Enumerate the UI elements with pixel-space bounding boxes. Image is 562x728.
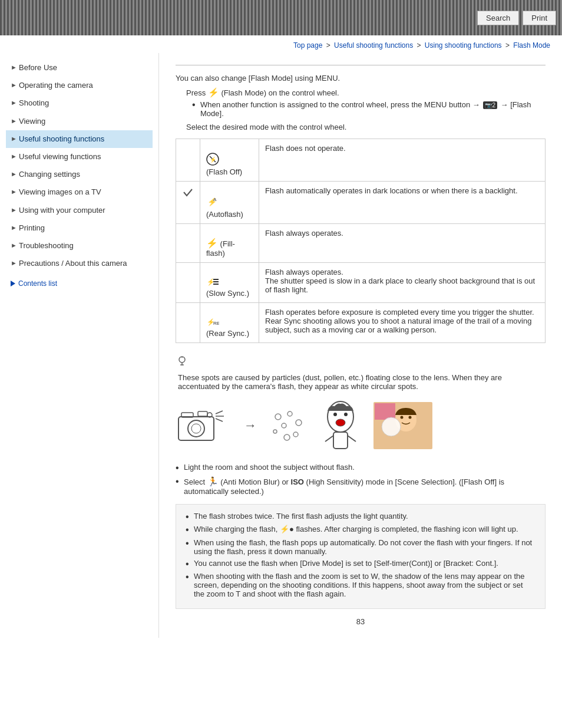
sidebar-item-before-use[interactable]: ► Before Use xyxy=(6,59,153,77)
svg-text:A: A xyxy=(213,197,217,202)
svg-line-23 xyxy=(216,419,223,421)
sidebar-label: Viewing xyxy=(19,116,148,127)
tip-section: These spots are caused by particles (dus… xyxy=(176,355,546,391)
description-cell: Flash operates before exposure is comple… xyxy=(259,303,546,343)
sidebar-arrow: ► xyxy=(11,223,19,232)
svg-line-37 xyxy=(348,436,356,442)
autoflash-icon: ⚡ A xyxy=(206,195,219,208)
sidebar-label: Operating the camera xyxy=(19,80,148,91)
contents-list-link[interactable]: Contents list xyxy=(6,279,153,288)
main-content: You can also change [Flash Mode] using M… xyxy=(159,53,562,638)
icon-cell: ⚡ (Flash Off) xyxy=(200,139,259,182)
menu-camera-icon: 📷2 xyxy=(483,101,497,109)
check-cell xyxy=(176,224,200,263)
check-cell xyxy=(176,263,200,303)
description-cell: Flash automatically operates in dark loc… xyxy=(259,182,546,224)
table-row: ⚡ REAR (Rear Sync.) Flash operates befor… xyxy=(176,303,546,343)
sidebar-label: Precautions / About this camera xyxy=(19,258,148,269)
svg-point-26 xyxy=(296,420,302,426)
sidebar-arrow: ► xyxy=(11,241,19,250)
svg-rect-35 xyxy=(333,432,348,449)
icon-cell: ⚡ REAR (Rear Sync.) xyxy=(200,303,259,343)
flash-icon: ⚡ xyxy=(208,87,219,97)
sidebar-label: Useful viewing functions xyxy=(19,151,148,162)
bullet-dot: • xyxy=(176,463,184,473)
table-row: ⚡ (Flash Off) Flash does not operate. xyxy=(176,139,546,182)
table-row: ⚡ A (Autoflash) Flash automatically oper… xyxy=(176,182,546,224)
sidebar-item-useful-viewing[interactable]: ► Useful viewing functions xyxy=(6,148,153,166)
sidebar-label: Viewing images on a TV xyxy=(19,187,148,197)
sidebar-arrow: ► xyxy=(11,170,19,179)
sidebar-item-troubleshooting[interactable]: ► Troubleshooting xyxy=(6,237,153,255)
svg-point-40 xyxy=(401,416,404,419)
bullet-dot: • xyxy=(186,538,194,549)
svg-text:⚡: ⚡ xyxy=(210,156,217,163)
bullet-when: • When another function is assigned to t… xyxy=(192,100,546,118)
sidebar-label: Shooting xyxy=(19,98,148,108)
sidebar: ► Before Use ► Operating the camera ► Sh… xyxy=(0,53,159,638)
sidebar-item-viewing[interactable]: ► Viewing xyxy=(6,113,153,130)
check-cell xyxy=(176,139,200,182)
sidebar-item-using-computer[interactable]: ► Using with your computer xyxy=(6,202,153,219)
print-button[interactable]: Print xyxy=(523,11,556,25)
sidebar-arrow: ► xyxy=(11,206,19,215)
svg-rect-7 xyxy=(213,281,219,282)
bullet-dot: • xyxy=(186,525,194,535)
sidebar-item-shooting[interactable]: ► Shooting xyxy=(6,94,153,112)
bullet-dot: • xyxy=(186,559,194,569)
flash-charging-icon: ⚡● xyxy=(280,525,294,533)
breadcrumb-useful-shooting[interactable]: Useful shooting functions xyxy=(334,41,413,50)
photo-illustration xyxy=(373,402,432,449)
svg-rect-8 xyxy=(213,284,219,285)
svg-point-43 xyxy=(382,417,401,436)
info-bullet-item: • The flash strobes twice. The first fla… xyxy=(186,512,535,522)
icon-cell: ⚡ A (Autoflash) xyxy=(200,182,259,224)
svg-point-34 xyxy=(336,419,345,426)
bullet-item: • Select 🏃 (Anti Motion Blur) or ISO (Hi… xyxy=(176,476,546,496)
sidebar-item-printing[interactable]: ► Printing xyxy=(6,219,153,237)
sidebar-arrow: ► xyxy=(11,98,19,107)
bullet-dot: • xyxy=(176,476,184,487)
contents-list-label: Contents list xyxy=(18,279,57,288)
icon-cell: ⚡ (Fill-flash) xyxy=(200,224,259,263)
breadcrumb: Top page > Useful shooting functions > U… xyxy=(0,35,562,53)
breadcrumb-toppage[interactable]: Top page xyxy=(293,41,322,50)
svg-point-32 xyxy=(333,413,337,416)
sidebar-label: Troubleshooting xyxy=(19,241,148,251)
sidebar-arrow: ► xyxy=(11,81,19,90)
dust-illustration xyxy=(266,405,308,446)
sidebar-item-viewing-tv[interactable]: ► Viewing images on a TV xyxy=(6,183,153,201)
search-button[interactable]: Search xyxy=(477,11,519,25)
page-layout: ► Before Use ► Operating the camera ► Sh… xyxy=(0,53,562,650)
icon-cell: ⚡ (Slow Sync.) xyxy=(200,263,259,303)
tip-icon xyxy=(176,355,189,368)
sidebar-arrow: ► xyxy=(11,152,19,161)
svg-point-24 xyxy=(275,414,281,420)
description-cell: Flash always operates. xyxy=(259,224,546,263)
divider xyxy=(176,65,546,65)
bullet-item: • Light the room and shoot the subject w… xyxy=(176,463,546,473)
description-cell: Flash does not operate. xyxy=(259,139,546,182)
svg-point-27 xyxy=(282,423,286,428)
svg-point-17 xyxy=(191,424,201,433)
sidebar-item-operating[interactable]: ► Operating the camera xyxy=(6,77,153,94)
check-cell xyxy=(176,182,200,224)
sidebar-arrow: ► xyxy=(11,63,19,72)
svg-rect-19 xyxy=(198,411,207,416)
iso-icon: ISO xyxy=(291,477,304,486)
sidebar-item-precautions[interactable]: ► Precautions / About this camera xyxy=(6,255,153,272)
breadcrumb-using-shooting[interactable]: Using shooting functions xyxy=(425,41,502,50)
flash-mode-table: ⚡ (Flash Off) Flash does not operate. xyxy=(176,139,546,343)
slow-sync-icon: ⚡ xyxy=(206,276,219,287)
bullet-dot: • xyxy=(186,572,194,582)
sidebar-item-changing-settings[interactable]: ► Changing settings xyxy=(6,166,153,183)
bullet-dot: • xyxy=(186,512,194,522)
fill-flash-icon: ⚡ xyxy=(206,238,218,248)
svg-text:REAR: REAR xyxy=(213,321,219,326)
tip-text: These spots are caused by particles (dus… xyxy=(178,373,546,391)
sidebar-item-useful-shooting[interactable]: ► Useful shooting functions xyxy=(6,130,153,148)
breadcrumb-flash-mode[interactable]: Flash Mode xyxy=(513,41,550,50)
svg-point-30 xyxy=(284,434,290,440)
sidebar-label: Changing settings xyxy=(19,169,148,180)
table-row: ⚡ (Fill-flash) Flash always operates. xyxy=(176,224,546,263)
